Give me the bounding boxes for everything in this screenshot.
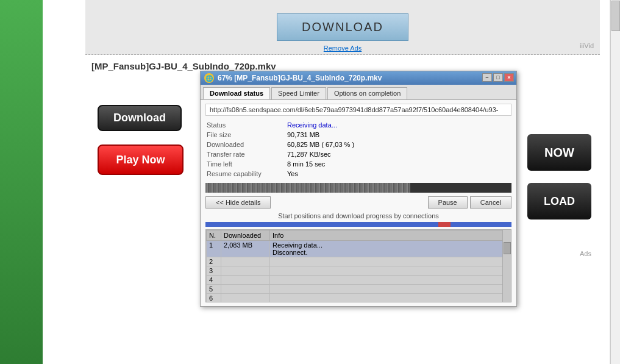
downloaded-value: 60,825 MB ( 67,03 % ) [287, 140, 510, 149]
conn-row-info: Receiving data... Disconnect. [270, 241, 511, 257]
ad-brand-label: iiiVid [580, 42, 594, 49]
time-left-value: 8 min 15 sec [287, 160, 510, 168]
dm-minimize-btn[interactable]: − [482, 73, 492, 82]
dm-info-table: Status Receiving data... File size 90,73… [205, 120, 511, 179]
conn-row-downloaded [221, 294, 270, 303]
transfer-rate-value: 71,287 KB/sec [287, 150, 510, 159]
dm-progress-fill [205, 183, 410, 193]
download-button[interactable]: Download [98, 105, 182, 131]
connection-scrollbar-thumb[interactable] [504, 242, 511, 254]
dm-tabs: Download status Speed Limiter Options on… [201, 85, 516, 100]
play-now-button[interactable]: Play Now [98, 145, 184, 175]
pause-btn[interactable]: Pause [428, 196, 468, 209]
conn-row-n: 6 [207, 294, 221, 303]
conn-row-n: 2 [207, 257, 221, 266]
conn-row-n: 3 [207, 266, 221, 276]
file-size-value: 90,731 MB [287, 130, 510, 139]
status-label: Status [207, 121, 286, 129]
col-info: Info [270, 230, 511, 241]
table-row: 4 [207, 276, 511, 285]
downloaded-label: Downloaded [207, 140, 286, 149]
table-row: 5 [207, 285, 511, 294]
dm-icon: 🌐 [204, 73, 214, 83]
left-sidebar [0, 0, 43, 364]
ad-banner: DOWNLOAD iiiVid Remove Ads [85, 0, 600, 55]
table-row: 2 [207, 257, 511, 266]
file-size-label: File size [207, 130, 286, 139]
dm-action-buttons: << Hide details Pause Cancel [205, 196, 511, 209]
tab-download-status[interactable]: Download status [203, 87, 270, 99]
hide-details-btn[interactable]: << Hide details [205, 196, 271, 209]
right-load-button[interactable]: LOAD [527, 183, 591, 219]
page-scrollbar[interactable] [610, 0, 620, 364]
connection-bar-red [438, 222, 451, 227]
tab-options-completion[interactable]: Options on completion [327, 87, 407, 99]
conn-row-n: 1 [207, 241, 221, 257]
dm-url-display: http://fs08n5.sendspace.com/dl/6eb5e79aa… [205, 104, 511, 116]
conn-row-downloaded [221, 266, 270, 276]
col-downloaded: Downloaded [221, 230, 270, 241]
status-value: Receiving data... [287, 121, 337, 129]
ad-download-button[interactable]: DOWNLOAD [277, 13, 408, 41]
page-content: DOWNLOAD iiiVid Remove Ads [MP_Fansub]GJ… [43, 0, 610, 364]
ads-badge: Ads [580, 250, 591, 257]
connection-table: N. Downloaded Info 12,083 MBReceiving da… [206, 230, 511, 302]
right-now-button[interactable]: NOW [527, 134, 591, 171]
dm-restore-btn[interactable]: □ [493, 73, 503, 82]
remove-ads-link[interactable]: Remove Ads [324, 45, 362, 52]
conn-row-downloaded [221, 257, 270, 266]
dm-titlebar: 🌐 67% [MP_Fansub]GJ-BU_4_SubIndo_720p.mk… [201, 71, 516, 85]
resume-label: Resume capability [207, 170, 286, 178]
table-row: 12,083 MBReceiving data... Disconnect. [207, 241, 511, 257]
connection-progress-bar [205, 222, 511, 227]
download-manager-window: 🌐 67% [MP_Fansub]GJ-BU_4_SubIndo_720p.mk… [200, 71, 517, 307]
page-title: [MP_Fansub]GJ-BU_4_SubIndo_720p.mkv [91, 61, 276, 71]
conn-row-info [270, 266, 511, 276]
connection-table-scrollbar[interactable] [502, 230, 511, 302]
dm-content: http://fs08n5.sendspace.com/dl/6eb5e79aa… [201, 100, 516, 306]
dm-window-controls: − □ × [482, 73, 514, 82]
resume-value: Yes [287, 170, 510, 178]
connection-label: Start positions and download progress by… [205, 212, 511, 219]
conn-row-downloaded [221, 276, 270, 285]
table-row: 6 [207, 294, 511, 303]
conn-row-n: 5 [207, 285, 221, 294]
conn-row-info [270, 257, 511, 266]
cancel-btn[interactable]: Cancel [470, 196, 511, 209]
transfer-rate-label: Transfer rate [207, 150, 286, 159]
conn-row-info [270, 285, 511, 294]
table-row: 3 [207, 266, 511, 276]
conn-row-downloaded: 2,083 MB [221, 241, 270, 257]
connection-table-wrap: N. Downloaded Info 12,083 MBReceiving da… [205, 229, 511, 302]
dm-progress-bar [205, 183, 511, 193]
tab-speed-limiter[interactable]: Speed Limiter [271, 87, 326, 99]
time-left-label: Time left [207, 160, 286, 168]
col-n: N. [207, 230, 221, 241]
scrollbar-thumb[interactable] [611, 1, 620, 31]
conn-row-downloaded [221, 285, 270, 294]
conn-row-info [270, 294, 511, 303]
conn-row-n: 4 [207, 276, 221, 285]
dm-close-btn[interactable]: × [504, 73, 514, 82]
conn-row-info [270, 276, 511, 285]
dm-title: 67% [MP_Fansub]GJ-BU_4_SubIndo_720p.mkv [218, 74, 513, 82]
